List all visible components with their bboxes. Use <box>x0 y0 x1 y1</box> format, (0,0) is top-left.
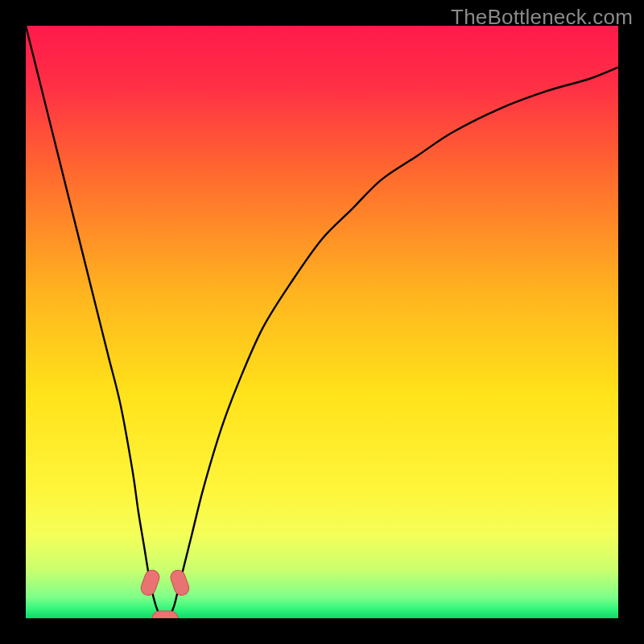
svg-rect-2 <box>152 611 178 618</box>
svg-rect-3 <box>168 568 191 597</box>
chart-frame: TheBottleneck.com <box>0 0 644 644</box>
highlight-marker <box>152 611 178 618</box>
highlight-marker <box>168 568 191 597</box>
plot-area <box>26 26 618 618</box>
curve-path <box>26 26 618 618</box>
svg-rect-1 <box>139 568 162 597</box>
bottleneck-curve <box>26 26 618 618</box>
highlight-markers <box>139 568 192 618</box>
highlight-marker <box>139 568 162 597</box>
watermark-text: TheBottleneck.com <box>451 5 633 30</box>
